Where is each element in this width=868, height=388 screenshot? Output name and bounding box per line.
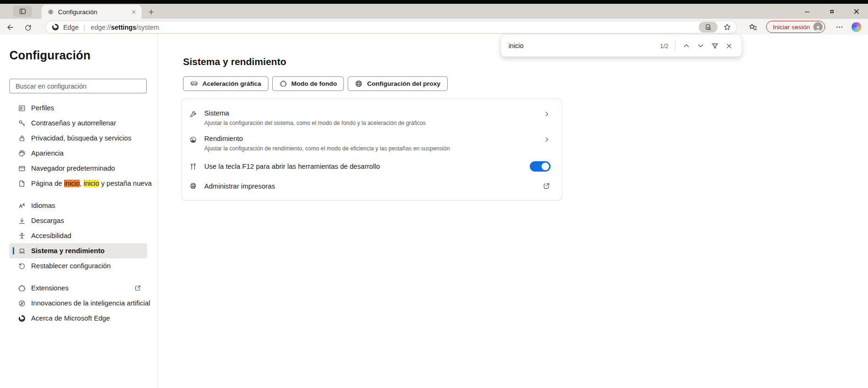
edge-logo-icon [18, 314, 26, 322]
tab-close-icon[interactable] [129, 8, 138, 16]
sidebar-item-extensiones[interactable]: Extensiones [9, 281, 147, 296]
setting-row-subtitle: Ajustar la configuración de rendimiento,… [204, 145, 543, 152]
sidebar-item-navegador-predeterminado[interactable]: Navegador predeterminado [9, 161, 147, 176]
find-highlight-match: inicio [83, 180, 99, 187]
find-close-button[interactable] [722, 39, 736, 53]
reload-button[interactable] [22, 21, 34, 33]
settings-search-input[interactable] [9, 79, 147, 93]
chevron-right-icon [543, 136, 551, 143]
find-filter-icon[interactable] [708, 39, 722, 53]
maximize-button[interactable] [826, 6, 837, 17]
sidebar-item-label: Innovaciones de la inteligencia artifici… [31, 299, 150, 307]
sidebar-item-innovaciones-ia[interactable]: Innovaciones de la inteligencia artifici… [9, 296, 147, 311]
setting-row-sistema[interactable]: SistemaAjustar la configuración del sist… [182, 105, 562, 131]
modo-de-fondo-button[interactable]: Modo de fondo [272, 76, 344, 91]
lock-icon [18, 134, 26, 142]
sidebar-nav-group: IdiomasDescargasAccesibilidadSistema y r… [0, 198, 158, 273]
button-label: Aceleración gráfica [202, 80, 261, 87]
tab-title: Configuración [58, 8, 129, 16]
devtools-icon [189, 163, 197, 171]
setting-row-title: Use la tecla F12 para abrir las herramie… [204, 163, 530, 170]
sidebar-nav: PerfilesContraseñas y autorrellenarPriva… [0, 100, 158, 333]
favorites-hub-icon[interactable] [746, 20, 760, 33]
sign-in-button[interactable]: Iniciar sesión [766, 21, 825, 33]
setting-row-rendimiento[interactable]: RendimientoAjustar la configuración de r… [182, 131, 562, 156]
main-content: Sistema y rendimiento Aceleración gráfic… [159, 34, 868, 388]
sidebar-nav-group: PerfilesContraseñas y autorrellenarPriva… [0, 100, 158, 191]
favorite-star-icon[interactable] [721, 22, 733, 33]
aceleracion-grafica-button[interactable]: Aceleración gráfica [183, 76, 268, 91]
close-window-button[interactable] [851, 6, 861, 17]
button-label: Modo de fondo [292, 80, 337, 87]
sidebar-item-perfiles[interactable]: Perfiles [9, 100, 147, 116]
sidebar-item-label: Acerca de Microsoft Edge [31, 314, 110, 322]
setting-row-administrar-impresoras[interactable]: Administrar impresoras [182, 177, 562, 195]
minimize-button[interactable] [802, 6, 812, 17]
puzzle-icon [18, 284, 26, 292]
palette-icon [18, 149, 26, 157]
sidebar-item-idiomas[interactable]: Idiomas [9, 198, 147, 213]
active-tab[interactable]: Configuración [42, 5, 142, 19]
sidebar-item-label: Privacidad, búsqueda y servicios [31, 134, 132, 142]
settings-sidebar: Configuración PerfilesContraseñas y auto… [0, 34, 158, 388]
reset-icon [18, 262, 26, 270]
setting-row-title: Rendimiento [204, 135, 543, 142]
site-brand-label: Edge [63, 24, 79, 31]
address-bar[interactable]: Edge | edge://settings/system [45, 21, 737, 33]
copilot-icon[interactable] [851, 22, 861, 32]
sidebar-item-pagina-de-inicio[interactable]: Página de inicio, inicio y pestaña nueva [9, 176, 147, 191]
ai-icon [18, 299, 26, 307]
find-bar-divider [675, 40, 676, 51]
find-highlight-active: inicio [64, 180, 80, 187]
setting-row-text: Administrar impresoras [204, 182, 542, 190]
sidebar-item-descargas[interactable]: Descargas [9, 213, 147, 228]
sidebar-item-privacidad[interactable]: Privacidad, búsqueda y servicios [9, 131, 147, 146]
setting-row-tecla-f12[interactable]: Use la tecla F12 para abrir las herramie… [182, 156, 562, 177]
find-match-counter: 1/2 [660, 42, 668, 50]
browser-menu-icon[interactable] [833, 20, 846, 33]
sidebar-item-sistema-y-rendimiento[interactable]: Sistema y rendimiento [9, 243, 147, 258]
find-on-page-chip[interactable] [699, 22, 718, 33]
sidebar-item-label: Extensiones [31, 284, 69, 292]
page-title: Sistema y rendimiento [183, 56, 286, 67]
sidebar-item-contrasenas[interactable]: Contraseñas y autorrellenar [9, 116, 147, 131]
sidebar-item-label: Restablecer configuración [31, 262, 111, 270]
tab-list-button[interactable] [13, 6, 32, 17]
tab-strip: Configuración [0, 4, 868, 19]
sidebar-item-label: Idiomas [31, 202, 55, 209]
back-button[interactable] [4, 21, 16, 33]
chevron-right-icon [543, 110, 551, 118]
sidebar-item-apariencia[interactable]: Apariencia [9, 146, 147, 161]
sidebar-item-label: Accesibilidad [31, 232, 71, 239]
find-next-button[interactable] [693, 39, 708, 53]
find-input[interactable]: inicio [509, 42, 660, 50]
sidebar-title: Configuración [9, 49, 91, 62]
download-icon [18, 217, 26, 225]
setting-row-title: Administrar impresoras [204, 182, 542, 190]
setting-row-text: SistemaAjustar la configuración del sist… [204, 109, 543, 126]
setting-row-text: RendimientoAjustar la configuración de r… [204, 135, 543, 152]
f12-devtools-toggle[interactable] [530, 161, 551, 172]
sign-in-label: Iniciar sesión [773, 24, 810, 31]
browser-window-icon [18, 165, 26, 173]
sidebar-item-label: Contraseñas y autorrellenar [31, 119, 116, 127]
sidebar-item-accesibilidad[interactable]: Accesibilidad [9, 228, 147, 243]
gauge-icon [189, 136, 197, 144]
printer-icon [189, 182, 197, 190]
setting-row-subtitle: Ajustar la configuración del sistema, co… [204, 120, 543, 126]
configuracion-proxy-button[interactable]: Configuración del proxy [348, 76, 447, 91]
avatar-icon [813, 22, 823, 32]
gpu-icon [190, 80, 198, 88]
new-tab-button[interactable] [144, 6, 158, 17]
sidebar-item-label: Descargas [31, 217, 64, 224]
find-previous-button[interactable] [679, 39, 693, 53]
external-link-icon [542, 182, 551, 190]
sidebar-item-acerca-de-edge[interactable]: Acerca de Microsoft Edge [9, 311, 147, 326]
sidebar-nav-group: ExtensionesInnovaciones de la inteligenc… [0, 281, 158, 326]
external-link-icon [134, 284, 142, 292]
tab-list-icon [19, 8, 26, 15]
settings-card: SistemaAjustar la configuración del sist… [181, 99, 562, 200]
sidebar-item-restablecer[interactable]: Restablecer configuración [9, 258, 147, 273]
setting-row-title: Sistema [204, 109, 543, 117]
toggle-container [530, 161, 551, 172]
